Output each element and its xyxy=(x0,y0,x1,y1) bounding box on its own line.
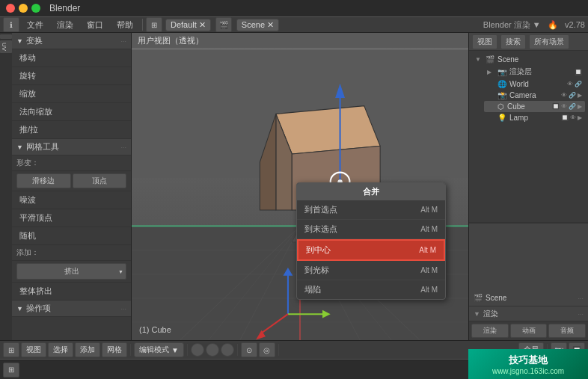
move-button[interactable]: 移动 xyxy=(12,49,131,67)
mesh-tools-arrow: ▼ xyxy=(16,144,23,151)
scene-selector[interactable]: Scene ✕ xyxy=(236,19,279,31)
sidebar-tab-tools[interactable]: 工具 xyxy=(0,34,12,39)
rotate-button[interactable]: 旋转 xyxy=(12,67,131,85)
world-label: World xyxy=(509,80,564,88)
viewport-label: 用户视图（透视） xyxy=(138,35,203,46)
scene-icon[interactable]: 🎬 xyxy=(215,17,232,32)
lamp-vis[interactable]: 🔲 xyxy=(561,114,569,121)
world-vis1[interactable]: 👁 xyxy=(567,81,573,87)
viewport[interactable]: 用户视图（透视） xyxy=(132,33,468,340)
world-vis2[interactable]: 🔗 xyxy=(575,81,582,87)
right-panel: 视图 搜索 所有场景 ▼ 🎬 Scene ▶ 📷 渲染层 🔲 xyxy=(468,33,588,340)
cube-vis3[interactable]: 🔗 xyxy=(569,103,576,110)
cube-label: (1) Cube xyxy=(139,325,171,334)
camera-vis[interactable]: 👁 xyxy=(561,92,567,99)
ctx-label-4: 塌陷 xyxy=(304,284,321,295)
ctx-item-4[interactable]: 塌陷 Alt M xyxy=(297,280,445,299)
extrude-all-button[interactable]: 整体挤出 xyxy=(12,283,131,301)
extrude-row: 挤出 xyxy=(12,261,131,283)
right-panel-bottom: 🎬 Scene ··· ▼ 渲染 ··· 渲染 动画 音频 xyxy=(469,222,588,340)
normal-scale-button[interactable]: 法向缩放 xyxy=(12,103,131,121)
view-btn[interactable]: 视图 xyxy=(472,34,497,49)
tree-item-world[interactable]: 🌐 World 👁 🔗 xyxy=(484,78,585,90)
camera-arrow xyxy=(487,92,494,99)
lamp-vis2[interactable]: 👁 xyxy=(570,114,576,121)
scene-icon: 🎬 xyxy=(486,55,494,64)
layout-label: Default xyxy=(171,20,197,29)
close-button[interactable] xyxy=(6,4,15,13)
mesh-tools-section-header[interactable]: ▼ 网格工具 ··· xyxy=(12,139,131,155)
render-dots: ··· xyxy=(578,310,584,318)
view-menu[interactable]: 视图 xyxy=(21,342,46,357)
edit-mode-selector[interactable]: 编辑模式 ▼ xyxy=(134,342,184,357)
ctx-item-3[interactable]: 到光标 Alt M xyxy=(297,261,445,280)
vertex-btn[interactable]: 顶点 xyxy=(73,173,127,188)
extrude-btn[interactable]: 挤出 xyxy=(16,263,126,280)
timeline-view-icon[interactable]: ⊞ xyxy=(3,363,19,378)
layout-arrow: ✕ xyxy=(199,20,206,30)
svg-marker-17 xyxy=(276,106,380,154)
ctx-label-1: 到末选点 xyxy=(304,224,337,235)
tree-item-lamp[interactable]: 💡 Lamp 🔲 👁 ▶ xyxy=(484,112,585,123)
menu-file[interactable]: 文件 xyxy=(21,18,49,32)
mesh-dots: ··· xyxy=(120,144,126,151)
render-tab-audio[interactable]: 音频 xyxy=(548,324,586,338)
layout-selector[interactable]: Default ✕ xyxy=(165,19,211,31)
menu-window[interactable]: 窗口 xyxy=(81,18,109,32)
all-scenes-btn[interactable]: 所有场景 xyxy=(529,34,569,49)
select-menu[interactable]: 选择 xyxy=(48,342,73,357)
info-icon-btn[interactable]: ℹ xyxy=(3,17,19,32)
render-tab-render[interactable]: 渲染 xyxy=(471,324,509,338)
add-menu[interactable]: 添加 xyxy=(75,342,100,357)
layout-icon[interactable]: ⊞ xyxy=(146,17,162,32)
noise-button[interactable]: 噪波 xyxy=(12,191,131,209)
lamp-vis3[interactable]: ▶ xyxy=(578,114,582,121)
renderlayer-label: 渲染层 xyxy=(509,67,572,77)
cube-arrow xyxy=(487,103,494,110)
viewport-icon[interactable]: ⊞ xyxy=(3,342,19,357)
tree-item-camera[interactable]: 📸 Camera 👁 🔗 ▶ xyxy=(484,90,585,101)
scene-arrow: ▼ xyxy=(475,56,483,63)
tree-item-renderlayer[interactable]: ▶ 📷 渲染层 🔲 xyxy=(484,65,585,78)
cube-vis4[interactable]: ▶ xyxy=(578,103,582,110)
renderlayer-vis[interactable]: 🔲 xyxy=(575,69,582,76)
maximize-button[interactable] xyxy=(31,4,40,13)
window-controls[interactable] xyxy=(6,4,40,13)
sidebar-tab-uv[interactable]: UV xyxy=(0,40,12,53)
cube-vis2[interactable]: 👁 xyxy=(561,103,567,110)
camera-vis2[interactable]: 🔗 xyxy=(569,92,576,99)
tree-item-cube[interactable]: ⬡ Cube 🔲 👁 🔗 ▶ xyxy=(484,101,585,112)
ctx-item-1[interactable]: 到末选点 Alt M xyxy=(297,220,445,239)
minimize-button[interactable] xyxy=(19,4,28,13)
menu-help[interactable]: 帮助 xyxy=(111,18,139,32)
push-pull-button[interactable]: 推/拉 xyxy=(12,121,131,139)
ctx-item-0[interactable]: 到首选点 Alt M xyxy=(297,200,445,220)
dot-button-3[interactable] xyxy=(221,343,234,357)
scene-section-header: 🎬 Scene ··· xyxy=(469,290,588,306)
main-layout: 工具 UV ▼ 变换 ··· 移动 旋转 缩放 法向缩放 推/拉 ▼ 网格工具 … xyxy=(0,33,588,340)
lamp-label: Lamp xyxy=(509,114,558,122)
dot-button-1[interactable] xyxy=(191,343,204,357)
tree-item-scene[interactable]: ▼ 🎬 Scene xyxy=(472,54,585,65)
scale-button[interactable]: 缩放 xyxy=(12,85,131,103)
mesh-menu[interactable]: 网格 xyxy=(102,342,127,357)
transform-section-header[interactable]: ▼ 变换 ··· xyxy=(12,33,131,49)
menu-render[interactable]: 渲染 xyxy=(51,18,79,32)
camera-vis3[interactable]: ▶ xyxy=(578,92,582,99)
dot-button-2[interactable] xyxy=(206,343,219,357)
snap-icon[interactable]: ⊙ xyxy=(241,342,257,357)
render-arrow: ▼ xyxy=(474,310,480,318)
random-button[interactable]: 随机 xyxy=(12,227,131,245)
app-title: Blender xyxy=(49,3,80,13)
smooth-edge-btn[interactable]: 滑移边 xyxy=(16,173,71,188)
ctx-item-2-highlighted[interactable]: 到中心 Alt M xyxy=(297,239,445,261)
viewport-3d[interactable]: (1) Cube 合并 到首选点 Alt M 到末选点 Alt M 到中心 Al… xyxy=(132,48,468,340)
scene-section-dots: ··· xyxy=(578,295,584,302)
ops-section-header[interactable]: ▼ 操作项 ··· xyxy=(12,301,131,317)
cube-vis[interactable]: 🔲 xyxy=(552,103,560,110)
proportional-icon[interactable]: ◎ xyxy=(259,342,275,357)
menu-bar: ℹ 文件 渲染 窗口 帮助 ⊞ Default ✕ 🎬 Scene ✕ Blen… xyxy=(0,16,588,33)
smooth-vertex-button[interactable]: 平滑顶点 xyxy=(12,209,131,227)
search-btn[interactable]: 搜索 xyxy=(500,34,526,49)
render-tab-anim[interactable]: 动画 xyxy=(510,324,548,338)
